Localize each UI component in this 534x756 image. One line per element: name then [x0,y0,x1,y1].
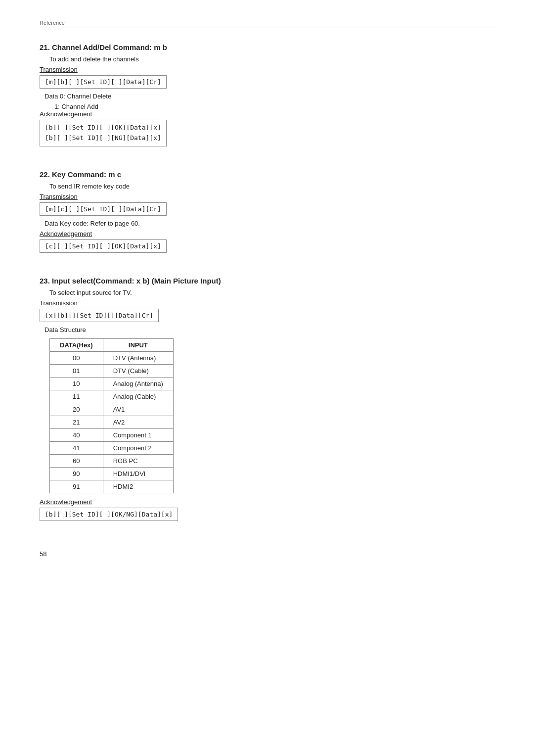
section-21: 21. Channel Add/Del Command: m b To add … [40,43,494,150]
cell-input: DTV (Cable) [103,364,173,377]
cell-input: AV2 [103,416,173,428]
table-row: 01DTV (Cable) [50,364,174,377]
footer-page-number: 58 [40,550,494,558]
section-21-transmission-code: [m][b][ ][Set ID][ ][Data][Cr] [40,75,167,89]
section-22-data-line-0: Data Key code: Refer to page 60. [44,220,494,227]
section-23-title: 23. Input select(Command: x b) (Main Pic… [40,277,494,285]
footer-rule [40,545,494,545]
col-header-datahex: DATA(Hex) [50,338,103,351]
table-row: 90HDMI1/DVI [50,467,174,480]
section-21-desc: To add and delete the channels [49,55,494,63]
cell-input: Analog (Cable) [103,390,173,403]
header-rule [40,28,494,28]
cell-datahex: 41 [50,441,103,454]
cell-datahex: 21 [50,416,103,428]
table-header-row: DATA(Hex) INPUT [50,338,174,351]
section-23-ack-code: [b][ ][Set ID][ ][OK/NG][Data][x] [40,508,178,521]
cell-datahex: 91 [50,480,103,493]
section-21-ack-label: Acknowledgement [40,110,494,118]
table-row: 10Analog (Antenna) [50,377,174,390]
cell-input: Component 2 [103,441,173,454]
section-22-title: 22. Key Command: m c [40,170,494,179]
section-21-ack-line-0: [b][ ][Set ID][ ][OK][Data][x] [45,124,161,131]
section-21-title: 21. Channel Add/Del Command: m b [40,43,494,51]
section-21-data-line-1: 1: Channel Add [54,103,494,110]
input-table: DATA(Hex) INPUT 00DTV (Antenna)01DTV (Ca… [49,338,174,493]
table-row: 41Component 2 [50,441,174,454]
cell-datahex: 90 [50,467,103,480]
section-22-ack-code: [c][ ][Set ID][ ][OK][Data][x] [40,239,167,253]
cell-datahex: 00 [50,351,103,364]
section-23-table: DATA(Hex) INPUT 00DTV (Antenna)01DTV (Ca… [49,338,494,493]
section-23-transmission-code: [x][b][][Set ID][][Data][Cr] [40,309,159,322]
table-row: 40Component 1 [50,428,174,441]
table-row: 21AV2 [50,416,174,428]
section-21-ack-line-1: [b][ ][Set ID][ ][NG][Data][x] [45,134,161,142]
cell-input: HDMI2 [103,480,173,493]
section-22: 22. Key Command: m c To send IR remote k… [40,170,494,257]
cell-input: DTV (Antenna) [103,351,173,364]
section-22-ack-label: Acknowledgement [40,230,494,237]
cell-input: Analog (Antenna) [103,377,173,390]
header-ref: Reference [40,20,494,26]
section-22-transmission-label: Transmission [40,193,494,200]
cell-datahex: 10 [50,377,103,390]
section-21-transmission-label: Transmission [40,66,494,73]
cell-input: AV1 [103,403,173,416]
cell-datahex: 11 [50,390,103,403]
cell-datahex: 01 [50,364,103,377]
cell-datahex: 60 [50,454,103,467]
section-21-ack-code: [b][ ][Set ID][ ][OK][Data][x] [b][ ][Se… [40,120,167,146]
section-21-data-line-0: Data 0: Channel Delete [44,93,494,100]
section-23-transmission-label: Transmission [40,299,494,307]
section-23-ack-label: Acknowledgement [40,498,494,506]
table-row: 11Analog (Cable) [50,390,174,403]
cell-input: Component 1 [103,428,173,441]
section-22-desc: To send IR remote key code [49,183,494,190]
section-23-desc: To select input source for TV. [49,289,494,296]
col-header-input: INPUT [103,338,173,351]
cell-input: HDMI1/DVI [103,467,173,480]
section-23: 23. Input select(Command: x b) (Main Pic… [40,277,494,525]
section-22-transmission-code: [m][c][ ][Set ID][ ][Data][Cr] [40,202,167,216]
table-row: 91HDMI2 [50,480,174,493]
cell-input: RGB PC [103,454,173,467]
section-23-data-structure-label: Data Structure [44,326,494,333]
page: Reference 21. Channel Add/Del Command: m… [0,0,534,587]
cell-datahex: 40 [50,428,103,441]
table-row: 60RGB PC [50,454,174,467]
cell-datahex: 20 [50,403,103,416]
table-row: 20AV1 [50,403,174,416]
table-row: 00DTV (Antenna) [50,351,174,364]
